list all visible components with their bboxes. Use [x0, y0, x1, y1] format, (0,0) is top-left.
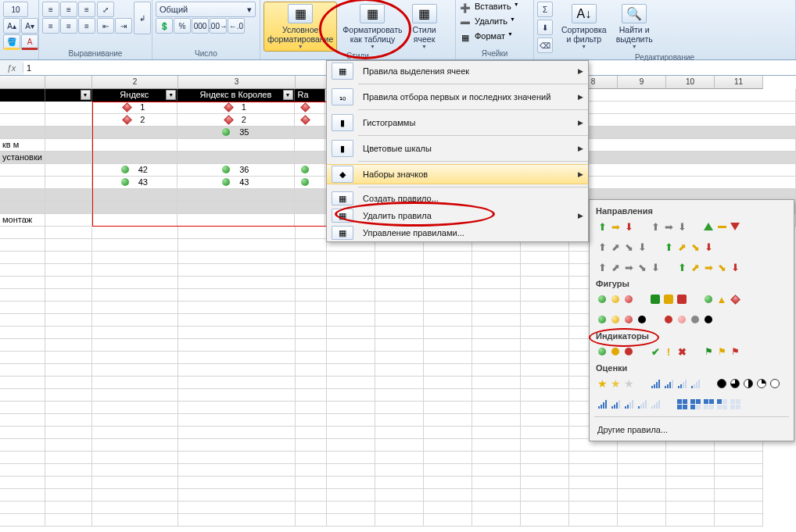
cell[interactable] [0, 327, 45, 339]
table-column-header[interactable]: Ra [295, 89, 326, 102]
filter-icon[interactable]: ▼ [283, 90, 293, 100]
cell[interactable] [375, 452, 424, 464]
cell[interactable] [296, 227, 327, 239]
row-label-cell[interactable] [0, 177, 45, 189]
cell[interactable] [178, 489, 296, 502]
cell[interactable] [295, 139, 326, 152]
cell[interactable] [45, 314, 92, 327]
cell[interactable] [92, 377, 178, 389]
grow-font-button[interactable]: A▴ [3, 18, 20, 34]
cell[interactable] [375, 327, 424, 339]
cell[interactable] [424, 389, 472, 402]
cell[interactable] [715, 489, 763, 502]
cell[interactable] [521, 339, 569, 352]
cell[interactable] [521, 327, 569, 339]
align-left-button[interactable]: ≡ [42, 18, 59, 34]
column-header[interactable]: 9 [618, 76, 666, 89]
menu-manage-rules[interactable]: ▦Управление правилами... [327, 224, 588, 241]
cell[interactable] [666, 514, 715, 527]
menu-icon-sets[interactable]: ◆Наборы значков▶ [327, 164, 588, 184]
icon-set-3symbols-circled[interactable] [594, 343, 636, 360]
cell[interactable] [45, 227, 92, 239]
cell[interactable] [715, 477, 763, 489]
align-middle-button[interactable]: ≡ [60, 2, 77, 17]
cell[interactable] [45, 302, 92, 314]
cell[interactable] [92, 414, 178, 427]
gallery-more-rules[interactable]: Другие правила... [594, 421, 789, 436]
cell[interactable] [178, 414, 296, 427]
icon-set-3signs[interactable]: ▲ [701, 291, 743, 308]
cell[interactable] [296, 402, 327, 414]
row-label-cell[interactable]: кв м [0, 139, 45, 152]
cell[interactable] [92, 327, 178, 339]
cell[interactable] [178, 352, 296, 364]
cell[interactable] [327, 364, 375, 377]
cell[interactable] [0, 352, 45, 364]
cell[interactable] [296, 327, 327, 339]
cell[interactable] [375, 289, 424, 302]
cell[interactable] [521, 514, 569, 527]
cell[interactable] [472, 289, 521, 302]
icon-set-5arrows-gray[interactable]: ⬆⬈➡⬊⬇ [594, 259, 663, 276]
filter-icon[interactable]: ▼ [81, 90, 91, 100]
cell[interactable] [45, 514, 92, 527]
cell[interactable] [92, 489, 178, 502]
cell[interactable] [327, 464, 375, 477]
cell[interactable] [375, 339, 424, 352]
cell[interactable] [327, 252, 375, 264]
column-header[interactable]: 2 [92, 76, 178, 89]
cell[interactable] [295, 177, 326, 189]
menu-data-bars[interactable]: ▮Гистограммы▶ [327, 112, 588, 133]
cell[interactable]: 1 [177, 102, 294, 114]
cell[interactable] [424, 252, 472, 264]
cell[interactable] [92, 202, 178, 214]
shrink-font-button[interactable]: A▾ [21, 18, 38, 34]
cell[interactable] [375, 352, 424, 364]
cell[interactable] [92, 339, 178, 352]
cell[interactable] [178, 364, 296, 377]
row-label-cell[interactable] [0, 189, 45, 202]
cell[interactable] [424, 314, 472, 327]
cell[interactable] [521, 439, 569, 452]
cell[interactable] [92, 264, 178, 277]
cell[interactable] [296, 452, 327, 464]
cell[interactable] [424, 427, 472, 439]
cell[interactable] [472, 352, 521, 364]
cell[interactable] [295, 164, 326, 177]
cell[interactable] [327, 502, 375, 514]
cell[interactable] [295, 114, 326, 127]
menu-top-bottom-rules[interactable]: ₁₀Правила отбора первых и последних знач… [327, 87, 588, 107]
number-format-combo[interactable]: Общий▾ [156, 2, 256, 17]
icon-set-5quarters[interactable] [714, 375, 783, 392]
menu-color-scales[interactable]: ▮Цветовые шкалы▶ [327, 138, 588, 159]
row-label-cell[interactable]: монтаж [0, 214, 45, 227]
cell[interactable] [327, 314, 375, 327]
cell[interactable] [618, 502, 666, 514]
cell[interactable] [327, 339, 375, 352]
cell[interactable] [296, 277, 327, 289]
increase-indent-button[interactable]: ⇥ [115, 18, 132, 34]
cell[interactable] [92, 464, 178, 477]
cell[interactable] [45, 252, 92, 264]
cell[interactable] [666, 452, 715, 464]
column-header[interactable] [296, 76, 327, 89]
cell[interactable] [424, 327, 472, 339]
icon-set-4arrows-gray[interactable]: ⬆⬈⬊⬇ [594, 238, 650, 255]
cell[interactable] [92, 302, 178, 314]
format-button[interactable]: ▦Формат▼ [459, 31, 519, 44]
cell[interactable] [327, 452, 375, 464]
cell[interactable] [296, 264, 327, 277]
cell[interactable] [92, 402, 178, 414]
cell[interactable] [296, 252, 327, 264]
cell[interactable]: 35 [177, 127, 294, 139]
cell[interactable] [521, 477, 569, 489]
cell[interactable] [177, 189, 294, 202]
cell[interactable] [521, 464, 569, 477]
cell[interactable] [521, 252, 569, 264]
cell[interactable] [45, 489, 92, 502]
cell[interactable] [375, 377, 424, 389]
cell[interactable] [375, 389, 424, 402]
cell[interactable] [327, 427, 375, 439]
cell[interactable] [327, 389, 375, 402]
cell[interactable] [521, 377, 569, 389]
